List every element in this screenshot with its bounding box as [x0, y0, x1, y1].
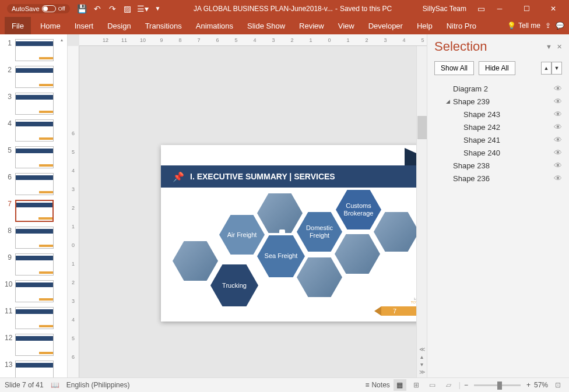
thumbnail-6[interactable]: 6	[0, 171, 67, 197]
hex-air[interactable]: Air Freight	[219, 215, 265, 255]
hex-sea[interactable]: Sea Freight	[257, 235, 305, 277]
ribbon-options-icon[interactable]: ▭	[476, 3, 486, 14]
thumbnail-3[interactable]: 3	[0, 90, 67, 117]
thumbnail-8[interactable]: 8	[0, 224, 67, 251]
visibility-eye-icon[interactable]: 👁	[554, 148, 562, 157]
minimize-button[interactable]: ─	[486, 0, 513, 17]
selection-item[interactable]: Shape 236👁	[434, 172, 562, 185]
save-icon[interactable]: 💾	[77, 3, 87, 14]
visibility-eye-icon[interactable]: 👁	[554, 97, 562, 106]
selection-item[interactable]: Diagram 2👁	[434, 82, 562, 95]
pane-options-icon[interactable]: ▼	[546, 43, 552, 51]
tab-help[interactable]: Help	[410, 17, 440, 34]
tab-view[interactable]: View	[331, 17, 361, 34]
zoom-level[interactable]: 57%	[534, 381, 548, 389]
start-from-beginning-icon[interactable]: ▨	[122, 3, 133, 14]
thumb-preview[interactable]	[15, 307, 54, 329]
thumb-preview[interactable]	[15, 253, 54, 276]
hex-image-port[interactable]	[297, 257, 342, 297]
comments-icon[interactable]: 💬	[556, 22, 564, 30]
maximize-button[interactable]: ☐	[513, 0, 540, 17]
slide-counter[interactable]: Slide 7 of 41	[5, 381, 44, 389]
hex-image-truck[interactable]	[173, 241, 218, 281]
slide-sorter-button[interactable]: ⊞	[410, 379, 423, 391]
thumbnail-12[interactable]: 12	[0, 331, 67, 358]
thumb-preview[interactable]	[15, 173, 54, 195]
thumb-scroll-up-icon[interactable]: ▴	[58, 36, 66, 44]
zoom-slider-thumb[interactable]	[497, 382, 502, 390]
thumb-preview[interactable]	[15, 227, 54, 249]
show-all-button[interactable]: Show All	[434, 61, 474, 75]
thumbnail-11[interactable]: 11	[0, 305, 67, 331]
visibility-eye-icon[interactable]: 👁	[554, 135, 562, 144]
thumbnail-5[interactable]: 5	[0, 144, 67, 171]
thumb-preview[interactable]	[15, 93, 54, 115]
zoom-out-button[interactable]: −	[464, 381, 468, 389]
hex-domestic[interactable]: Domestic Freight	[297, 212, 342, 252]
selection-item[interactable]: ◢Shape 239👁	[434, 95, 562, 108]
bring-forward-button[interactable]: ▲	[541, 62, 552, 75]
hex-image-containers[interactable]	[335, 234, 380, 274]
vertical-scrollbar[interactable]: ≪ ▴ ▾ ≫	[416, 46, 427, 377]
share-icon[interactable]: ⇪	[545, 22, 551, 30]
thumb-preview[interactable]	[15, 119, 54, 142]
prev-slide-icon[interactable]: ≪	[419, 346, 425, 352]
hex-trucking[interactable]: Trucking	[210, 264, 258, 306]
tab-review[interactable]: Review	[292, 17, 331, 34]
thumb-preview[interactable]	[15, 66, 54, 88]
hex-customs[interactable]: Customs Brokerage	[336, 190, 381, 229]
next-slide-icon[interactable]: ≫	[419, 369, 425, 375]
visibility-eye-icon[interactable]: 👁	[554, 161, 562, 170]
spellcheck-icon[interactable]: 📖	[51, 381, 59, 389]
thumbnail-panel[interactable]: ▴ 12345678910111213	[0, 34, 68, 377]
scrollbar-thumb[interactable]	[417, 116, 427, 139]
close-button[interactable]: ✕	[540, 0, 567, 17]
selection-item[interactable]: Shape 238👁	[434, 159, 562, 172]
visibility-eye-icon[interactable]: 👁	[554, 122, 562, 132]
thumb-preview[interactable]	[15, 361, 54, 377]
thumbnail-10[interactable]: 10	[0, 278, 67, 305]
scroll-down-icon[interactable]: ▾	[420, 361, 423, 368]
tab-design[interactable]: Design	[100, 17, 138, 34]
selection-item[interactable]: Shape 241👁	[434, 133, 562, 146]
thumbnail-1[interactable]: 1	[0, 37, 67, 63]
thumbnail-2[interactable]: 2	[0, 63, 67, 90]
thumbnail-4[interactable]: 4	[0, 117, 67, 144]
tree-collapse-icon[interactable]: ◢	[446, 98, 453, 104]
zoom-in-button[interactable]: +	[526, 381, 531, 389]
undo-icon[interactable]: ↶	[92, 3, 103, 14]
reading-view-button[interactable]: ▭	[426, 379, 439, 391]
thumb-preview[interactable]	[15, 280, 54, 302]
notes-button[interactable]: ≡ Notes	[365, 381, 389, 389]
tab-home[interactable]: Home	[33, 17, 68, 34]
tell-me-search[interactable]: 💡 Tell me	[507, 22, 540, 30]
scroll-up-icon[interactable]: ▴	[420, 354, 423, 360]
pane-close-icon[interactable]: ✕	[557, 43, 562, 51]
language-indicator[interactable]: English (Philippines)	[66, 381, 130, 389]
thumb-preview[interactable]	[15, 200, 54, 222]
visibility-eye-icon[interactable]: 👁	[554, 174, 562, 183]
hex-image-hand[interactable]	[374, 212, 419, 252]
tab-insert[interactable]: Insert	[68, 17, 101, 34]
thumbnail-7[interactable]: 7	[0, 197, 67, 224]
selection-item[interactable]: Shape 240👁	[434, 146, 562, 159]
slide-canvas[interactable]: 📌 I. EXECUTIVE SUMMARY | SERVICES Trucki…	[161, 145, 427, 322]
hex-image-plane[interactable]	[257, 193, 303, 233]
thumb-preview[interactable]	[15, 146, 54, 168]
list-icon[interactable]: ☰▾	[138, 3, 148, 14]
send-backward-button[interactable]: ▼	[552, 62, 562, 75]
thumbnail-13[interactable]: 13	[0, 358, 67, 377]
hexagon-diagram[interactable]: Trucking Air Freight Sea Freight Domesti…	[170, 200, 427, 304]
thumbnail-9[interactable]: 9	[0, 251, 67, 278]
visibility-eye-icon[interactable]: 👁	[554, 84, 562, 93]
thumb-preview[interactable]	[15, 39, 54, 61]
hide-all-button[interactable]: Hide All	[479, 61, 515, 75]
tab-transitions[interactable]: Transitions	[138, 17, 189, 34]
tab-nitro[interactable]: Nitro Pro	[440, 17, 483, 34]
zoom-slider[interactable]	[474, 384, 521, 386]
visibility-eye-icon[interactable]: 👁	[554, 110, 562, 119]
autosave-toggle[interactable]: AutoSave Off	[7, 4, 70, 13]
normal-view-button[interactable]: ▦	[394, 379, 406, 391]
fit-to-window-button[interactable]: ⊡	[552, 379, 564, 391]
user-name[interactable]: SillySac Team	[423, 5, 466, 13]
